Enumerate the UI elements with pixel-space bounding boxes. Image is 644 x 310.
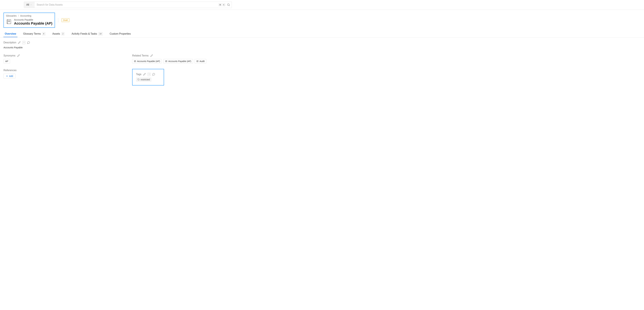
breadcrumb-link-accounting[interactable]: Accounting bbox=[20, 15, 31, 17]
kbd-k: K bbox=[222, 3, 225, 6]
svg-point-0 bbox=[228, 4, 229, 6]
related-terms-title: Related Terms bbox=[132, 54, 148, 57]
svg-line-1 bbox=[229, 6, 230, 6]
page-subtitle: Accounts Payable bbox=[14, 18, 52, 21]
tab-count: 4 bbox=[42, 32, 46, 35]
tabs: Overview Glossary Terms 4 Assets 2 Activ… bbox=[0, 31, 644, 38]
edit-icon[interactable] bbox=[150, 54, 153, 57]
search-filter-dropdown[interactable]: All bbox=[24, 2, 34, 8]
tab-activity[interactable]: Activity Feeds & Tasks 14 bbox=[70, 31, 104, 37]
plus-icon bbox=[6, 75, 8, 77]
page-header: Glossaries / Accounting Accounts bbox=[0, 10, 644, 28]
related-term-chip[interactable]: Accounts Payable (AP) bbox=[132, 59, 162, 63]
tab-label: Activity Feeds & Tasks bbox=[72, 32, 97, 35]
breadcrumb: Glossaries / Accounting bbox=[6, 15, 52, 17]
description-section: Description ? Accounts Payable bbox=[4, 41, 251, 49]
edit-icon[interactable] bbox=[143, 73, 146, 76]
related-term-chip[interactable]: Accounts Payable (AP) bbox=[164, 59, 193, 63]
related-terms-section: Related Terms Accounts Payable (AP) Acco… bbox=[132, 54, 251, 63]
help-icon[interactable]: ? bbox=[22, 41, 26, 44]
comment-icon[interactable] bbox=[27, 41, 30, 44]
header-highlight-box: Glossaries / Accounting Accounts bbox=[4, 13, 55, 28]
synonyms-section: Synonyms AP bbox=[4, 54, 122, 63]
tab-overview[interactable]: Overview bbox=[4, 31, 17, 37]
tab-count: 2 bbox=[61, 32, 65, 35]
tab-label: Overview bbox=[5, 32, 16, 35]
breadcrumb-link-glossaries[interactable]: Glossaries bbox=[6, 15, 16, 17]
references-title: References bbox=[4, 69, 16, 72]
kbd-cmd: ⌘ bbox=[218, 3, 222, 6]
chip-label: Accounts Payable (AP) bbox=[137, 60, 160, 63]
chevron-down-icon bbox=[30, 4, 32, 6]
search-icon[interactable] bbox=[227, 3, 230, 6]
tab-custom-properties[interactable]: Custom Properties bbox=[108, 31, 132, 37]
glossary-book-icon bbox=[6, 19, 12, 25]
tab-label: Assets bbox=[52, 32, 60, 35]
tab-glossary-terms[interactable]: Glossary Terms 4 bbox=[22, 31, 47, 37]
chip-label: AP bbox=[5, 60, 8, 63]
comment-icon[interactable] bbox=[152, 73, 155, 76]
description-text: Accounts Payable bbox=[4, 46, 251, 49]
synonym-chip[interactable]: AP bbox=[4, 59, 10, 63]
status-badge: Draft bbox=[62, 18, 70, 22]
description-title: Description bbox=[4, 41, 16, 44]
help-icon[interactable]: ? bbox=[148, 73, 151, 76]
tab-label: Glossary Terms bbox=[23, 32, 41, 35]
related-term-chip[interactable]: Audit bbox=[194, 59, 206, 63]
tags-section-wrap: Tags ? restricted bbox=[132, 69, 251, 85]
tag-label: restricted bbox=[140, 78, 150, 81]
content: Description ? Accounts Payable Synonyms … bbox=[0, 38, 255, 89]
search-input[interactable] bbox=[37, 2, 218, 8]
search-bar: All ⌘ K bbox=[0, 0, 644, 10]
edit-icon[interactable] bbox=[18, 41, 21, 44]
references-section: References Add bbox=[4, 69, 122, 85]
add-reference-button[interactable]: Add bbox=[4, 74, 16, 78]
search-input-wrap: ⌘ K bbox=[34, 2, 232, 8]
tags-highlight-box: Tags ? restricted bbox=[132, 69, 164, 85]
term-icon bbox=[134, 60, 136, 62]
tags-title: Tags bbox=[136, 73, 142, 76]
page-title: Accounts Payable (AP) bbox=[14, 21, 52, 26]
tag-chip[interactable]: restricted bbox=[136, 78, 152, 82]
term-icon bbox=[165, 60, 167, 62]
tag-icon bbox=[138, 79, 140, 81]
tab-assets[interactable]: Assets 2 bbox=[51, 31, 66, 37]
keyboard-shortcut-hint: ⌘ K bbox=[218, 3, 225, 6]
search-filter-label: All bbox=[26, 3, 29, 6]
chip-label: Accounts Payable (AP) bbox=[168, 60, 191, 63]
svg-rect-2 bbox=[7, 20, 11, 24]
add-label: Add bbox=[9, 75, 13, 77]
chip-label: Audit bbox=[200, 60, 205, 63]
breadcrumb-separator: / bbox=[18, 15, 19, 17]
tab-count: 14 bbox=[98, 32, 102, 35]
term-icon bbox=[196, 60, 198, 62]
edit-icon[interactable] bbox=[17, 54, 20, 57]
tab-label: Custom Properties bbox=[110, 32, 131, 35]
synonyms-title: Synonyms bbox=[4, 54, 16, 57]
